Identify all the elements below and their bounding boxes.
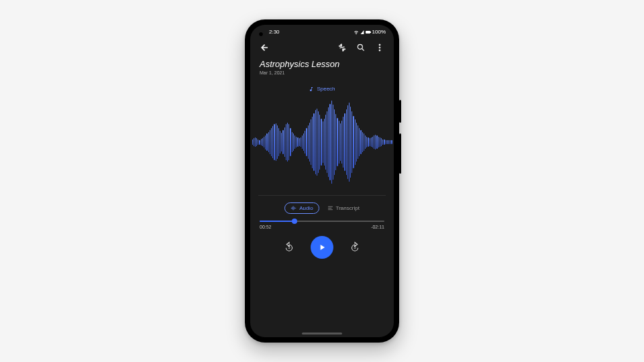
audio-wave-icon	[290, 205, 297, 211]
status-bar: 2:30 100%	[250, 25, 394, 35]
waveform-bar	[340, 123, 341, 161]
waveform-bar	[294, 135, 295, 149]
waveform-bar	[262, 138, 263, 147]
waveform-bar	[278, 128, 279, 156]
waveform-bar	[339, 121, 339, 164]
waveform-bar	[371, 137, 372, 147]
recording-title: Astrophysics Lesson	[260, 59, 384, 69]
back-button[interactable]	[258, 42, 270, 54]
signal-icon	[360, 30, 364, 34]
waveform-bar	[374, 135, 374, 149]
volume-button	[399, 133, 401, 174]
playback-controls: 5 5	[250, 236, 394, 259]
waveform-bar	[286, 124, 286, 160]
speech-chip[interactable]: Speech	[250, 86, 394, 92]
svg-point-0	[358, 44, 362, 49]
waveform-bar	[347, 105, 348, 178]
waveform-bar	[281, 133, 282, 152]
waveform-bar	[303, 133, 304, 150]
waveform-bar	[292, 132, 292, 153]
waveform-bar	[375, 135, 376, 149]
waveform-bar	[362, 132, 363, 153]
waveform-bar	[268, 132, 269, 153]
waveform-bar	[272, 126, 273, 158]
time-remaining: -02:11	[371, 225, 384, 229]
wifi-icon	[354, 29, 359, 35]
forward-button[interactable]: 5	[348, 241, 362, 254]
waveform-bar	[276, 123, 276, 161]
waveform-bar	[349, 103, 350, 182]
svg-point-3	[379, 50, 380, 51]
waveform-bar	[386, 140, 386, 144]
waveform-bar	[311, 119, 311, 164]
waveform-bar	[313, 113, 314, 172]
waveform-bar	[265, 135, 266, 149]
waveform-bar	[315, 110, 316, 174]
waveform-bar	[372, 137, 373, 148]
waveform-bar	[380, 137, 380, 147]
waveform-bar	[350, 107, 351, 178]
waveform-bar	[255, 137, 256, 147]
waveform-bar	[325, 115, 326, 169]
waveform-bar	[254, 138, 254, 145]
waveform-bar	[324, 119, 325, 166]
seek-bar[interactable]: 00:52 -02:11	[250, 219, 394, 229]
waveform-bar	[381, 138, 382, 145]
waveform-bar	[318, 111, 319, 173]
crop-button[interactable]	[336, 42, 348, 54]
waveform-bar	[365, 135, 366, 149]
waveform-bar	[266, 133, 267, 150]
nav-handle[interactable]	[302, 333, 342, 335]
waveform-bar	[256, 138, 257, 145]
waveform-bar	[358, 125, 358, 159]
waveform-bar	[280, 131, 280, 154]
waveform-bar	[284, 127, 285, 158]
phone-frame: 2:30 100%	[245, 19, 399, 343]
waveform-bar	[288, 124, 289, 160]
waveform-bar	[360, 130, 361, 154]
front-camera	[258, 32, 264, 37]
waveform-bar	[287, 123, 288, 162]
waveform-bar	[319, 115, 320, 169]
waveform-bar	[366, 137, 367, 148]
search-button[interactable]	[355, 42, 367, 54]
waveform-bar	[296, 137, 297, 148]
waveform-bar	[343, 117, 343, 168]
tab-audio[interactable]: Audio	[284, 202, 319, 214]
waveform-bar	[308, 125, 309, 159]
waveform-bar	[359, 128, 360, 156]
music-note-icon	[309, 86, 314, 92]
waveform-bar	[297, 137, 298, 147]
time-elapsed: 00:52	[260, 225, 272, 229]
waveform-bar	[259, 140, 260, 145]
waveform-bar	[252, 139, 253, 145]
waveform-bar	[309, 123, 310, 162]
waveform-bar	[370, 138, 370, 145]
waveform-bar	[331, 101, 332, 183]
svg-point-1	[379, 44, 380, 46]
waveform-bar	[341, 121, 342, 164]
overflow-button[interactable]	[374, 42, 386, 54]
forward-seconds: 5	[354, 245, 356, 249]
waveform-bar	[321, 119, 321, 166]
status-time: 2:30	[269, 29, 280, 35]
waveform-area[interactable]	[250, 92, 394, 192]
waveform-bar	[328, 107, 329, 177]
waveform-bar	[355, 119, 356, 164]
waveform-bar	[335, 114, 336, 170]
waveform-bar	[352, 111, 352, 173]
svg-point-2	[379, 47, 380, 48]
waveform-bar	[277, 125, 278, 159]
play-button[interactable]	[311, 236, 333, 259]
tab-transcript[interactable]: Transcript	[327, 205, 360, 211]
waveform-bar	[376, 135, 377, 149]
waveform-bar	[261, 139, 262, 145]
waveform-bar	[387, 140, 388, 144]
rewind-button[interactable]: 5	[282, 241, 296, 254]
waveform-bar	[334, 109, 335, 175]
waveform-bar	[384, 139, 384, 145]
recording-date: Mar 1, 2021	[260, 70, 384, 75]
waveform-bar	[282, 130, 283, 154]
view-tabs: Audio Transcript	[250, 196, 394, 219]
waveform-bar	[344, 113, 345, 172]
